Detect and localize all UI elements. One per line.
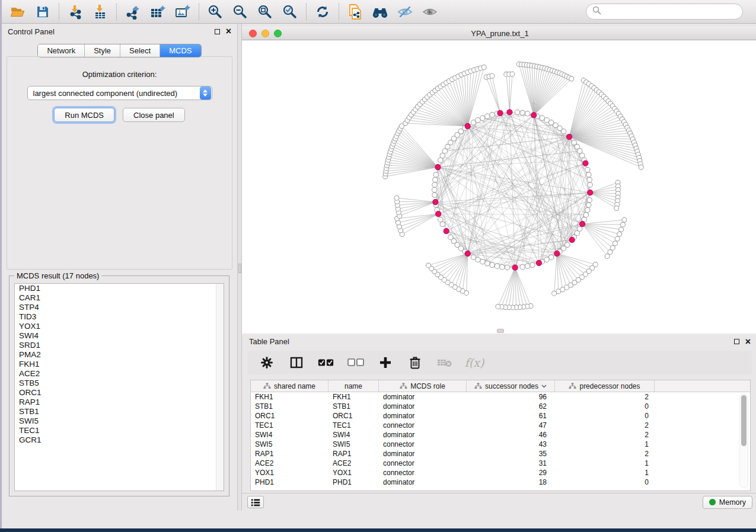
- mcds-result-list[interactable]: PHD1CAR1STP4TID3YOX1SWI4SRD1PMA2FKH1ACE2…: [14, 283, 224, 491]
- network-node[interactable]: [578, 149, 582, 153]
- network-hub-node-FKH1[interactable]: [566, 134, 572, 139]
- network-node[interactable]: [432, 182, 437, 187]
- create-column-button[interactable]: [377, 354, 394, 371]
- close-panel-icon[interactable]: ×: [226, 28, 231, 34]
- function-builder-button[interactable]: f(x): [466, 354, 483, 371]
- maximize-window-button[interactable]: [274, 30, 282, 37]
- tab-select[interactable]: Select: [120, 44, 160, 57]
- table-row[interactable]: ACE2ACE2connector311: [251, 459, 750, 468]
- save-session-button[interactable]: [32, 2, 53, 21]
- network-node[interactable]: [440, 153, 445, 158]
- vertical-splitter[interactable]: [237, 24, 242, 511]
- network-node[interactable]: [530, 262, 535, 267]
- tab-style[interactable]: Style: [84, 44, 120, 57]
- network-leaf-node[interactable]: [613, 241, 617, 246]
- network-node[interactable]: [587, 197, 592, 202]
- network-hub-node-STB1[interactable]: [465, 123, 470, 129]
- mcds-result-item[interactable]: STB1: [15, 407, 224, 416]
- export-table-button[interactable]: [147, 2, 168, 21]
- table-row[interactable]: SWI4SWI4dominator462: [251, 430, 750, 440]
- network-node[interactable]: [476, 257, 480, 262]
- run-mcds-button[interactable]: Run MCDS: [54, 108, 114, 122]
- network-node[interactable]: [588, 182, 592, 187]
- network-hub-node-GCR1[interactable]: [444, 228, 449, 233]
- network-node[interactable]: [587, 177, 592, 182]
- network-hub-node-CAR1[interactable]: [433, 199, 438, 204]
- zoom-out-button[interactable]: [229, 2, 251, 21]
- network-node[interactable]: [438, 217, 443, 222]
- network-hub-node-SRD1[interactable]: [569, 237, 575, 242]
- show-column-button[interactable]: [288, 354, 305, 371]
- network-node[interactable]: [433, 172, 438, 177]
- network-node[interactable]: [480, 259, 485, 264]
- network-leaf-node[interactable]: [619, 227, 624, 232]
- delete-table-button[interactable]: [436, 354, 453, 371]
- memory-button[interactable]: Memory: [703, 496, 752, 509]
- criterion-select[interactable]: largest connected component (undirected): [27, 86, 212, 100]
- mcds-result-item[interactable]: TID3: [15, 312, 224, 322]
- network-node[interactable]: [585, 167, 590, 172]
- mcds-result-item[interactable]: YOX1: [15, 322, 224, 331]
- network-hub-node-STP4[interactable]: [497, 110, 503, 116]
- tab-network[interactable]: Network: [38, 44, 84, 57]
- network-leaf-node[interactable]: [569, 76, 574, 81]
- network-node[interactable]: [515, 110, 519, 114]
- mcds-result-item[interactable]: ACE2: [15, 369, 224, 379]
- zoom-fit-button[interactable]: [254, 2, 276, 21]
- import-table-button[interactable]: [90, 2, 111, 21]
- horizontal-splitter-handle[interactable]: [497, 329, 504, 333]
- task-history-button[interactable]: [247, 496, 264, 508]
- network-node[interactable]: [520, 264, 525, 269]
- network-node[interactable]: [495, 264, 499, 268]
- network-node[interactable]: [440, 222, 445, 226]
- table-row[interactable]: FKH1FKH1dominator962: [251, 392, 750, 402]
- table-settings-button[interactable]: [259, 354, 275, 371]
- network-node[interactable]: [476, 118, 480, 123]
- float-table-panel-icon[interactable]: [734, 339, 739, 344]
- network-node[interactable]: [471, 255, 476, 259]
- network-node[interactable]: [471, 120, 476, 125]
- mcds-result-item[interactable]: SRD1: [15, 341, 224, 350]
- close-panel-button[interactable]: Close panel: [123, 108, 185, 122]
- network-node[interactable]: [500, 264, 505, 269]
- table-scrollbar[interactable]: [739, 393, 748, 488]
- mcds-result-item[interactable]: ORC1: [15, 388, 224, 398]
- network-node[interactable]: [485, 261, 490, 266]
- mcds-result-item[interactable]: FKH1: [15, 360, 224, 369]
- network-canvas[interactable]: [242, 40, 756, 334]
- network-node[interactable]: [438, 158, 443, 162]
- network-leaf-node[interactable]: [610, 245, 615, 250]
- table-row[interactable]: RAP1RAP1dominator352: [251, 449, 750, 459]
- network-leaf-node[interactable]: [510, 72, 515, 76]
- import-network-button[interactable]: [65, 2, 86, 21]
- open-file-button[interactable]: [7, 2, 28, 21]
- mcds-list-scrollbar[interactable]: [216, 284, 224, 491]
- search-input[interactable]: [605, 7, 736, 16]
- network-node[interactable]: [583, 212, 588, 217]
- network-node[interactable]: [544, 118, 549, 123]
- network-leaf-node[interactable]: [617, 232, 622, 236]
- network-leaf-node[interactable]: [620, 222, 625, 227]
- network-node[interactable]: [561, 129, 566, 134]
- mcds-result-item[interactable]: CAR1: [15, 293, 224, 303]
- network-hub-node-SWI4[interactable]: [465, 251, 470, 256]
- network-leaf-node[interactable]: [622, 217, 627, 222]
- network-node[interactable]: [505, 265, 509, 270]
- network-node[interactable]: [448, 235, 453, 239]
- network-node[interactable]: [480, 116, 485, 120]
- float-panel-icon[interactable]: [215, 29, 220, 34]
- mcds-result-item[interactable]: PHD1: [15, 284, 224, 293]
- table-row[interactable]: PHD1PHD1dominator180: [251, 477, 750, 487]
- zoom-in-button[interactable]: [205, 2, 226, 21]
- export-network-button[interactable]: [122, 2, 143, 21]
- network-leaf-node[interactable]: [496, 304, 500, 309]
- zoom-selected-button[interactable]: [279, 2, 301, 21]
- network-leaf-node[interactable]: [552, 291, 557, 296]
- column-header-MCDS-role[interactable]: MCDS role: [379, 380, 467, 392]
- network-leaf-node[interactable]: [490, 73, 495, 78]
- table-row[interactable]: STB1STB1dominator620: [251, 402, 750, 411]
- minimize-window-button[interactable]: [261, 30, 269, 37]
- mcds-result-item[interactable]: PMA2: [15, 350, 224, 360]
- toggle-details-button[interactable]: [419, 2, 441, 21]
- search-network-button[interactable]: [369, 2, 391, 21]
